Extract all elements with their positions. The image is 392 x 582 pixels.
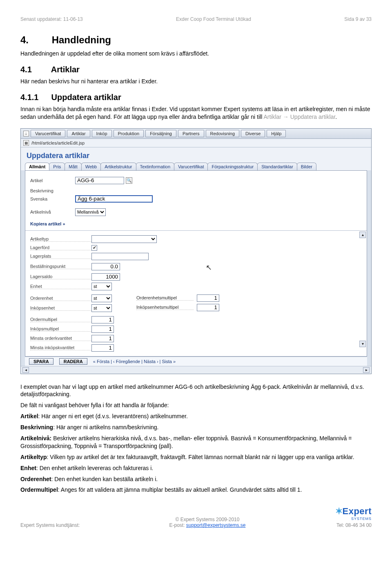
record-nav[interactable]: « Första | ‹ Föregående | Nästa › | Sist… — [93, 359, 176, 364]
logo-text: Expert — [343, 506, 372, 516]
footer-email-link[interactable]: support@expertsystems.se — [186, 522, 246, 528]
def-enhet-label: Enhet — [20, 465, 36, 471]
tab-standardartiklar[interactable]: Standardartiklar — [257, 163, 297, 170]
tab-pris[interactable]: Pris — [49, 163, 65, 170]
horizontal-scrollbar: ◂ ▸ — [21, 366, 371, 374]
input-svenska[interactable] — [75, 195, 153, 203]
input-mininkop[interactable] — [91, 344, 114, 352]
menu-forsaljning[interactable]: Försäljning — [145, 130, 176, 137]
link-kopiera-artikel[interactable]: Kopiera artikel » — [30, 221, 65, 226]
def-orderenhet-text: : Den enhet kunden kan beställa artikeln… — [51, 476, 158, 482]
nav-path-arrow: → — [283, 114, 289, 120]
document-page: Senast uppdaterat: 11-06-13 Exder Coop F… — [0, 0, 392, 536]
input-minorder[interactable] — [91, 335, 114, 342]
subsection-41-title: Artiklar — [51, 65, 80, 74]
select-inkopsenhet[interactable]: st — [91, 304, 112, 312]
spara-button[interactable]: SPARA — [29, 358, 53, 365]
tab-textinformation[interactable]: Textinformation — [136, 163, 175, 170]
subgrid: ▴ ▾ Artikeltyp Lagerförd✔ Lagerplats Bes… — [25, 230, 367, 356]
tab-allmant[interactable]: Allmänt — [25, 163, 49, 170]
subsection-411-title: Uppdatera artiklar — [51, 93, 121, 102]
menu-varucertifikat[interactable]: Varucertifikat — [31, 130, 65, 137]
select-artikeltyp[interactable] — [91, 235, 157, 243]
p411-dot: . — [335, 114, 337, 120]
scroll-left-icon[interactable]: ◂ — [22, 367, 29, 373]
tab-varucertifikat[interactable]: Varucertifikat — [174, 163, 208, 170]
select-artikelniva[interactable]: Mellannivå — [75, 208, 106, 216]
def-beskrivning: Beskrivning: Här anger ni artikelns namn… — [20, 424, 372, 431]
mouse-cursor-icon: ↖ — [206, 263, 212, 272]
tab-forpackningsstruktur[interactable]: Förpackningsstruktur — [207, 163, 258, 170]
input-bestpunkt[interactable] — [91, 263, 120, 270]
label-artikeltyp: Artikeltyp — [30, 236, 91, 242]
def-artikel-label: Artikel — [20, 413, 38, 419]
def-artikelniva-label: Artikelnivå: — [20, 435, 51, 442]
menu-redovisning[interactable]: Redovisning — [206, 130, 240, 137]
def-artikeltyp: Artikeltyp: Vilken typ av artikel det är… — [20, 453, 372, 461]
radera-button[interactable]: RADERA — [59, 358, 87, 365]
menu-artiklar[interactable]: Artiklar — [67, 130, 90, 137]
scroll-up-icon[interactable]: ▴ — [359, 232, 366, 238]
select-enhet[interactable]: st — [91, 283, 112, 290]
footer-email-line: E-post: support@expertsystems.se — [80, 522, 335, 528]
tab-artikelstruktur[interactable]: Artikelstruktur — [100, 163, 136, 170]
app-path: /html/articles/articleEdit.jsp — [31, 140, 85, 145]
scroll-right-icon[interactable]: ▸ — [363, 367, 370, 373]
label-enhet: Enhet — [30, 284, 91, 289]
menu-partners[interactable]: Partners — [178, 130, 204, 137]
def-ordermultipel-label: Ordermultipel — [20, 486, 58, 493]
input-lagerplats[interactable] — [91, 253, 149, 260]
def-artikelniva-text: Beskriver artikelns hierarkiska nivå, d.… — [20, 435, 352, 449]
scroll-down-icon[interactable]: ▾ — [359, 341, 366, 347]
home-icon[interactable]: ⌂ — [23, 131, 29, 136]
page-footer: Expert Systems kundtjänst: © Expert Syst… — [20, 506, 372, 528]
footer-copyright: © Expert Systems 2009-2010 — [80, 517, 335, 522]
subsection-41-text: Här nedan beskrivs hur ni hanterar era a… — [20, 78, 372, 85]
tab-webb[interactable]: Webb — [81, 163, 101, 170]
tab-bilder[interactable]: Bilder — [297, 163, 316, 170]
label-minorder: Minsta orderkvantitet — [30, 336, 91, 341]
menu-inkop[interactable]: Inköp — [92, 130, 112, 137]
form-panel: Artikel 🔍 Beskrivning Svenska Artikelniv… — [25, 170, 367, 357]
label-bestpunkt: Beställningspunkt — [30, 264, 91, 269]
label-orderenhetsmultipel: Orderenhetsmultipel — [136, 295, 194, 301]
menu-hjalp[interactable]: Hjälp — [267, 130, 286, 137]
input-inkopsmultipel[interactable] — [91, 326, 114, 333]
section-heading: 4. Handledning — [20, 34, 372, 46]
grid-icon[interactable]: ▦ — [23, 140, 29, 146]
def-artikeltyp-label: Artikeltyp — [20, 454, 47, 460]
def-orderenhet: Orderenhet: Den enhet kunden kan beställ… — [20, 475, 372, 483]
section-number: 4. — [20, 34, 49, 46]
logo: ✶Expert — [335, 506, 372, 517]
menu-produktion[interactable]: Produktion — [114, 130, 144, 137]
input-artikel[interactable] — [75, 177, 124, 184]
label-artikel: Artikel — [30, 178, 75, 183]
label-lagersaldo: Lagersaldo — [30, 274, 91, 279]
select-orderenhet[interactable]: st — [91, 294, 112, 302]
nav-path-uppdatera: Uppdatera artiklar — [290, 114, 336, 120]
input-orderenhetsmultipel[interactable] — [197, 294, 219, 302]
app-page-title: Uppdatera artiklar — [21, 147, 371, 163]
label-artikelniva: Artikelnivå — [30, 210, 75, 214]
def-artikeltyp-text: : Vilken typ av artikel det är tex faktu… — [47, 454, 354, 460]
after-paragraph-2: De fält ni vanligast behöver fylla i för… — [20, 401, 372, 409]
input-lagersaldo[interactable] — [91, 273, 120, 281]
def-orderenhet-label: Orderenhet — [20, 476, 51, 482]
section-title: Handledning — [52, 34, 111, 45]
search-icon[interactable]: 🔍 — [126, 177, 132, 184]
app-menubar: ⌂ Varucertifikat Artiklar Inköp Produkti… — [21, 129, 371, 139]
def-ordermultipel-text: : Anges för att validera att jämna multi… — [58, 486, 302, 493]
input-ordermultipel[interactable] — [91, 316, 114, 323]
checkbox-lagerford[interactable]: ✔ — [91, 245, 97, 251]
label-svenska: Svenska — [30, 196, 75, 201]
nav-path-artiklar: Artiklar — [263, 114, 281, 120]
menu-diverse[interactable]: Diverse — [241, 130, 265, 137]
header-right: Sida 9 av 33 — [344, 16, 372, 22]
bottom-action-bar: SPARA RADERA « Första | ‹ Föregående | N… — [25, 357, 367, 366]
tab-matt[interactable]: Mått — [65, 163, 81, 170]
input-inkopsenhetsmultipel[interactable] — [197, 304, 219, 311]
footer-right: ✶Expert SYSTEMS Tel: 08-46 34 00 — [335, 506, 372, 528]
subsection-411-heading: 4.1.1 Uppdatera artiklar — [20, 93, 372, 102]
def-ordermultipel: Ordermultipel: Anges för att validera at… — [20, 486, 372, 494]
label-lagerford: Lagerförd — [30, 245, 91, 250]
